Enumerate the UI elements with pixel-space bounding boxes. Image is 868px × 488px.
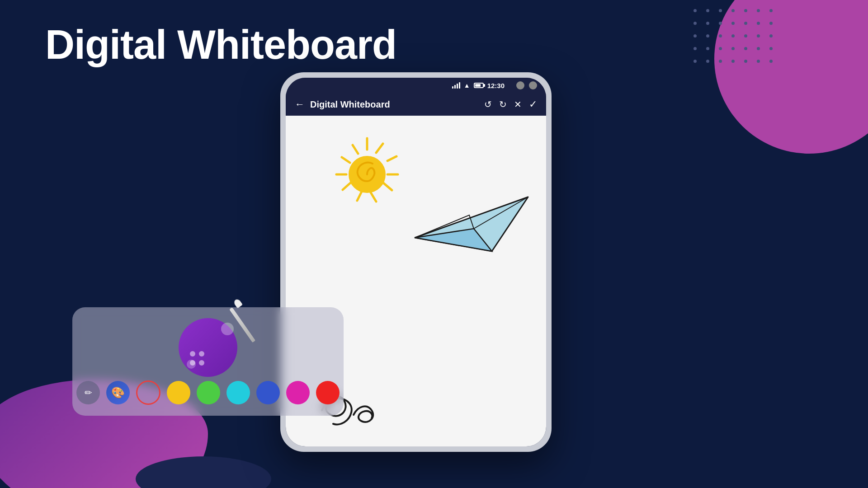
palette-icon — [179, 318, 237, 377]
camera-circle-2 — [529, 81, 537, 89]
palette-tool-button[interactable]: 🎨 — [106, 381, 130, 404]
svg-line-7 — [343, 183, 351, 190]
brush-handle — [229, 307, 255, 343]
palette-icon-area — [179, 318, 237, 377]
color-swatch-cyan[interactable] — [226, 381, 250, 404]
color-swatch-red[interactable] — [316, 381, 340, 404]
palette-panel: ✏ 🎨 — [72, 307, 344, 416]
signal-icon — [452, 82, 460, 89]
color-swatches: ✏ 🎨 — [76, 380, 340, 405]
dot-grid-decoration — [693, 9, 778, 68]
svg-line-9 — [342, 157, 350, 163]
svg-line-4 — [383, 183, 392, 190]
page-title: Digital Whiteboard — [45, 23, 396, 67]
color-swatch-yellow[interactable] — [167, 381, 190, 404]
color-swatch-blue[interactable] — [256, 381, 280, 404]
redo-button[interactable]: ↻ — [499, 99, 507, 110]
paper-plane-drawing — [410, 170, 537, 260]
nav-title: Digital Whiteboard — [310, 99, 479, 110]
palette-small-icon: 🎨 — [111, 386, 125, 399]
pencil-tool-button[interactable]: ✏ — [76, 381, 100, 404]
color-swatch-green[interactable] — [197, 381, 220, 404]
nav-bar: ← Digital Whiteboard ↺ ↻ ✕ ✓ — [286, 93, 546, 116]
svg-line-6 — [357, 192, 362, 201]
svg-line-10 — [353, 145, 358, 154]
svg-line-1 — [376, 144, 383, 153]
color-swatch-red-outline[interactable] — [136, 380, 160, 405]
battery-icon — [474, 83, 484, 88]
undo-button[interactable]: ↺ — [484, 99, 492, 110]
status-time: 12:30 — [487, 82, 505, 89]
camera-notch — [516, 81, 537, 89]
confirm-button[interactable]: ✓ — [529, 99, 537, 110]
color-swatch-pink[interactable] — [286, 381, 310, 404]
camera-circle-1 — [516, 81, 524, 89]
nav-back-button[interactable]: ← — [295, 99, 305, 110]
close-button[interactable]: ✕ — [514, 99, 522, 110]
status-bar: ▲ 12:30 — [286, 78, 546, 93]
wifi-icon: ▲ — [464, 82, 470, 89]
svg-line-5 — [371, 192, 376, 202]
pencil-icon: ✏ — [85, 387, 92, 398]
nav-actions: ↺ ↻ ✕ ✓ — [484, 99, 537, 110]
svg-line-2 — [387, 156, 396, 161]
sun-drawing — [322, 129, 412, 220]
brush-tip — [233, 298, 243, 309]
palette-dots — [190, 351, 204, 366]
